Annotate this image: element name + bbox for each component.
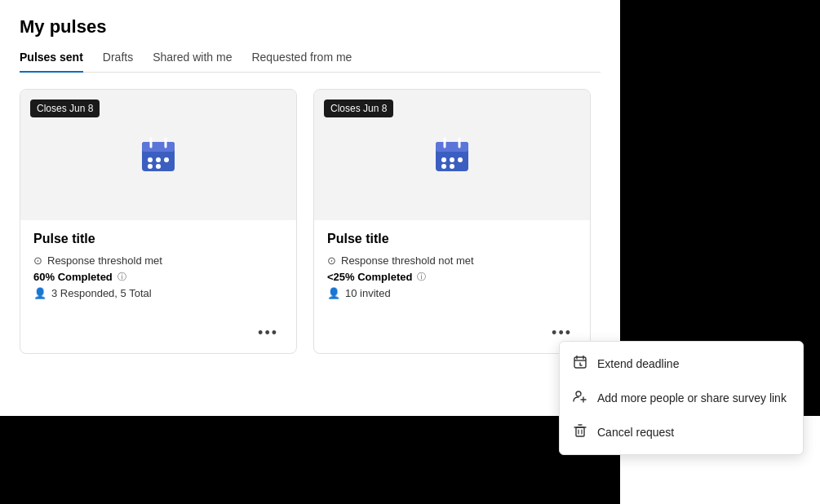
svg-rect-14 (436, 142, 468, 152)
svg-rect-29 (576, 427, 584, 436)
cancel-request-label: Cancel request (597, 426, 674, 439)
card-2-footer: ••• (314, 316, 590, 353)
svg-point-6 (164, 157, 169, 162)
svg-point-17 (458, 157, 463, 162)
svg-point-18 (441, 164, 446, 169)
svg-point-7 (148, 164, 153, 169)
extend-deadline-item[interactable]: Extend deadline (560, 347, 803, 381)
info-icon-2[interactable]: ⓘ (417, 271, 426, 283)
cards-container: Closes Jun 8 Pulse title (20, 89, 601, 354)
svg-rect-3 (142, 142, 175, 152)
threshold-icon-1: ⊙ (33, 254, 42, 267)
add-people-label: Add more people or share survey link (597, 391, 787, 405)
tab-pulses-sent[interactable]: Pulses sent (20, 51, 83, 72)
cancel-request-item[interactable]: Cancel request (560, 415, 803, 449)
svg-point-26 (576, 391, 581, 396)
card-1-more-button[interactable]: ••• (253, 323, 283, 343)
svg-point-5 (156, 157, 161, 162)
card-1-title: Pulse title (33, 232, 283, 246)
tab-drafts[interactable]: Drafts (103, 51, 133, 72)
page-title: My pulses (20, 16, 601, 38)
extend-deadline-icon (573, 355, 587, 373)
tab-shared-with-me[interactable]: Shared with me (153, 51, 232, 72)
svg-point-4 (148, 157, 153, 162)
card-1-responded: 👤 3 Responded, 5 Total (33, 287, 283, 299)
card-2-body: Pulse title ⊙ Response threshold not met… (314, 220, 590, 316)
context-menu: Extend deadline Add more people or share… (559, 341, 804, 455)
add-people-icon (573, 389, 587, 407)
bottom-overlay (0, 416, 620, 504)
svg-point-16 (450, 157, 454, 162)
card-2-invited: 👤 10 invited (327, 287, 577, 299)
card-1-footer: ••• (20, 316, 296, 353)
tabs-nav: Pulses sent Drafts Shared with me Reques… (20, 51, 601, 73)
svg-point-8 (156, 164, 161, 169)
card-1-body: Pulse title ⊙ Response threshold met 60%… (20, 220, 296, 316)
info-icon-1[interactable]: ⓘ (117, 271, 126, 283)
card-2-image: Closes Jun 8 (314, 90, 590, 220)
calendar-icon (139, 135, 178, 175)
people-icon-2: 👤 (327, 287, 340, 299)
calendar-icon-2 (432, 135, 472, 175)
people-icon-1: 👤 (33, 287, 47, 299)
tab-requested-from-me[interactable]: Requested from me (251, 51, 352, 72)
card-2-badge: Closes Jun 8 (324, 99, 393, 117)
card-1-threshold: ⊙ Response threshold met (33, 254, 283, 267)
card-1-image: Closes Jun 8 (20, 90, 296, 220)
threshold-icon-2: ⊙ (327, 254, 336, 267)
card-2-completion: <25% Completed ⓘ (327, 271, 577, 283)
card-2-threshold: ⊙ Response threshold not met (327, 254, 577, 267)
card-1-badge: Closes Jun 8 (30, 99, 100, 117)
cancel-request-icon (573, 423, 587, 441)
card-2-title: Pulse title (327, 232, 577, 246)
svg-point-19 (450, 164, 454, 169)
svg-point-15 (441, 157, 446, 162)
extend-deadline-label: Extend deadline (597, 357, 679, 370)
pulse-card-2: Closes Jun 8 Pulse title (313, 89, 591, 354)
pulse-card-1: Closes Jun 8 Pulse title (20, 89, 297, 354)
add-people-item[interactable]: Add more people or share survey link (560, 381, 803, 415)
card-1-completion: 60% Completed ⓘ (33, 271, 283, 283)
